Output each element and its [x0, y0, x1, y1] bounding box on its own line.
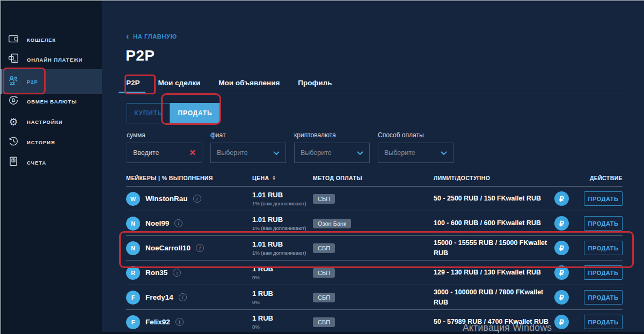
sidebar-item-wallet[interactable]: КОШЕЛЕК: [0, 32, 102, 47]
limit-available: 129 - 130 RUB / 130 FKwallet RUB: [434, 268, 554, 277]
sidebar-item-accounts[interactable]: $ СЧЕТА: [0, 155, 102, 170]
offers-table: МЕЙКЕРЫ | % ВЫПОЛНЕНИЯ ЦЕНА ▲▼ МЕТОД ОПЛ…: [126, 172, 623, 334]
price: 1.01 RUB: [252, 216, 313, 224]
ruble-icon: ₽: [554, 290, 569, 305]
price: 1 RUB: [252, 314, 313, 322]
column-action: ДЕЙСТВИЕ: [584, 175, 623, 181]
amount-input[interactable]: [133, 149, 181, 157]
row-sell-button[interactable]: ПРОДАТЬ: [584, 315, 623, 329]
price: 1.01 RUB: [252, 191, 313, 199]
avatar: N: [126, 241, 140, 255]
clear-amount-icon[interactable]: ✕: [189, 149, 196, 157]
payment-method-badge: СБП: [313, 268, 335, 278]
info-icon[interactable]: i: [174, 219, 182, 227]
back-to-home-link[interactable]: ‹ НА ГЛАВНУЮ: [126, 33, 177, 40]
sidebar-item-settings[interactable]: ⚙ НАСТРОЙКИ: [0, 114, 102, 129]
sidebar-item-online-payments[interactable]: ОНЛАЙН ПЛАТЕЖИ: [0, 52, 102, 67]
crypto-select[interactable]: Выберите: [294, 143, 370, 163]
table-row: R Ron35 i 1 RUB 0% СБП 129 - 130 RUB / 1…: [126, 261, 623, 285]
sidebar-item-label: ОНЛАЙН ПЛАТЕЖИ: [27, 57, 83, 63]
row-sell-button[interactable]: ПРОДАТЬ: [584, 290, 623, 305]
sidebar-item-exchange[interactable]: ₿ ОБМЕН ВАЛЮТЫ: [0, 94, 102, 109]
ruble-icon: ₽: [554, 315, 569, 329]
online-payments-icon: [8, 53, 19, 66]
column-price: ЦЕНА ▲▼: [252, 175, 313, 181]
info-icon[interactable]: i: [193, 195, 201, 203]
info-icon[interactable]: i: [175, 318, 184, 326]
payment-method-badge: СБП: [313, 194, 335, 204]
ruble-icon: ₽: [554, 241, 569, 255]
sidebar-item-label: КОШЕЛЕК: [27, 37, 56, 43]
filter-amount: сумма ✕: [127, 131, 202, 163]
info-icon[interactable]: i: [173, 269, 181, 277]
price: 1 RUB: [252, 290, 313, 298]
table-row-noecarroll10: N NoeCarroll10 i 1.01 RUB 1% (вам доплач…: [126, 236, 623, 261]
table-row: N Noel99 i 1.01 RUB 1% (вам доплачивают)…: [126, 211, 623, 236]
sidebar-item-history[interactable]: ИСТОРИЯ: [0, 135, 102, 150]
windows-activation-watermark: Активация Windows: [463, 322, 552, 333]
crypto-select-value: Выберите: [301, 149, 332, 157]
sidebar-item-p2p[interactable]: P2P: [0, 69, 102, 94]
buy-sell-toggle: КУПИТЬ ПРОДАТЬ: [127, 103, 220, 123]
price-note: 1% (вам доплачивают): [252, 201, 313, 206]
p2p-icon: [8, 75, 19, 88]
app-window: КОШЕЛЕК ОНЛАЙН ПЛАТЕЖИ P2P: [0, 0, 644, 334]
price-note: 0%: [252, 274, 313, 280]
ruble-icon: ₽: [554, 265, 569, 280]
sidebar-item-label: НАСТРОЙКИ: [27, 119, 63, 125]
sidebar-item-label: ОБМЕН ВАЛЮТЫ: [27, 99, 77, 105]
price-note: 1% (вам доплачивают): [252, 250, 313, 256]
info-icon[interactable]: i: [179, 293, 187, 301]
chevron-left-icon: ‹: [126, 34, 129, 39]
row-sell-button[interactable]: ПРОДАТЬ: [584, 216, 623, 231]
accounts-icon: $: [8, 155, 19, 169]
sort-price-icon[interactable]: ▲▼: [272, 175, 275, 181]
sell-button[interactable]: ПРОДАТЬ: [170, 103, 220, 123]
maker-name: Noel99: [145, 219, 169, 227]
limit-available: 15000 - 15555 RUB / 15000 FKwallet RUB: [434, 238, 554, 257]
fiat-select[interactable]: Выберите: [210, 143, 286, 163]
filter-payment-method-label: Способ оплаты: [378, 131, 453, 139]
buy-button[interactable]: КУПИТЬ: [127, 103, 170, 123]
price: 1.01 RUB: [252, 240, 313, 248]
sidebar: КОШЕЛЕК ОНЛАЙН ПЛАТЕЖИ P2P: [0, 0, 102, 334]
info-icon[interactable]: i: [196, 244, 204, 252]
back-link-label: НА ГЛАВНУЮ: [133, 33, 177, 40]
fiat-select-value: Выберите: [217, 149, 248, 157]
ruble-icon: ₽: [554, 191, 569, 206]
payment-method-badge: Озон Банк: [313, 219, 351, 228]
tab-p2p[interactable]: P2P: [126, 79, 140, 87]
tab-my-ads[interactable]: Мои объявления: [218, 79, 280, 87]
limit-available: 100 - 600 RUB / 600 FKwallet RUB: [434, 218, 554, 228]
row-sell-button[interactable]: ПРОДАТЬ: [584, 265, 623, 280]
window-frame-top: [0, 0, 644, 1]
row-sell-button[interactable]: ПРОДАТЬ: [584, 191, 623, 206]
limit-available: 50 - 2500 RUB / 150 FKwallet RUB: [434, 194, 554, 203]
filter-fiat: фиат Выберите: [210, 131, 286, 163]
avatar: N: [126, 217, 140, 231]
filters-row: сумма ✕ фиат Выберите криптовалюта: [127, 131, 453, 163]
limit-available: 3000 - 100000 RUB / 7800 FKwallet RUB: [434, 287, 554, 307]
payment-method-select[interactable]: Выберите: [378, 143, 453, 163]
tab-my-deals[interactable]: Мои сделки: [158, 79, 201, 87]
wallet-icon: [8, 33, 19, 47]
filter-payment-method: Способ оплаты Выберите: [378, 131, 453, 163]
maker-name: Felix92: [145, 318, 170, 326]
svg-text:₿: ₿: [12, 98, 16, 103]
column-method: МЕТОД ОПЛАТЫ: [313, 175, 434, 181]
ruble-icon: ₽: [554, 216, 569, 231]
tab-profile[interactable]: Профиль: [298, 79, 332, 87]
settings-gear-icon: ⚙: [8, 117, 19, 127]
avatar: F: [126, 315, 140, 329]
filter-crypto: криптовалюта Выберите: [294, 131, 370, 163]
sidebar-item-label: СЧЕТА: [27, 160, 46, 166]
window-frame-left: [0, 0, 1, 334]
column-makers: МЕЙКЕРЫ | % ВЫПОЛНЕНИЯ: [126, 175, 252, 181]
chevron-down-icon: [273, 148, 280, 158]
sidebar-item-label: P2P: [27, 79, 38, 85]
row-sell-button[interactable]: ПРОДАТЬ: [584, 241, 623, 255]
main-content: ‹ НА ГЛАВНУЮ P2P P2P Мои сделки Мои объя…: [102, 0, 644, 334]
amount-input-box: ✕: [127, 143, 202, 163]
avatar: W: [126, 192, 140, 206]
filter-amount-label: сумма: [127, 131, 202, 139]
